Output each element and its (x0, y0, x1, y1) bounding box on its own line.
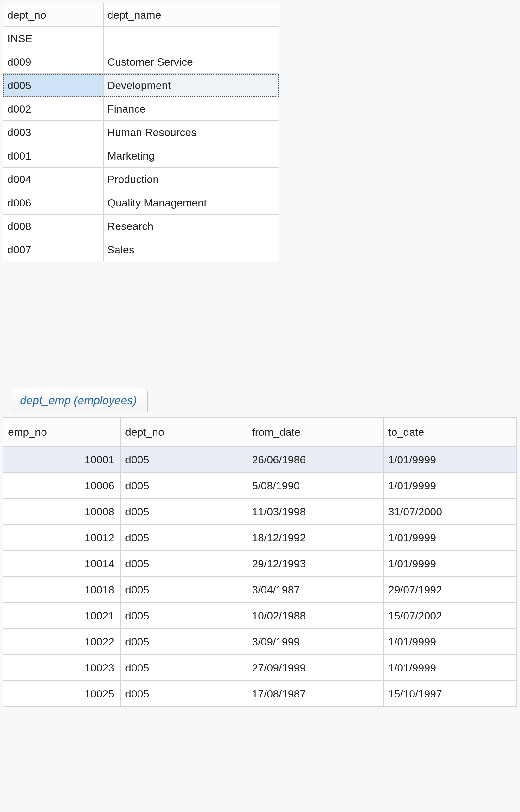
cell-to_date[interactable]: 1/01/9999 (384, 629, 517, 655)
cell-dept_name[interactable]: Customer Service (103, 50, 279, 74)
cell-emp_no[interactable]: 10025 (3, 681, 121, 707)
cell-from_date[interactable]: 26/06/1986 (247, 447, 384, 473)
cell-from_date[interactable]: 27/09/1999 (247, 655, 384, 681)
dept_emp-col-from_date[interactable]: from_date (247, 417, 384, 447)
cell-dept_no[interactable]: d004 (3, 168, 103, 191)
cell-to_date[interactable]: 1/01/9999 (384, 551, 517, 577)
table-row[interactable]: 10014d00529/12/19931/01/9999 (3, 551, 517, 577)
cell-dept_no[interactable]: d008 (3, 215, 103, 238)
departments-table[interactable]: dept_no dept_name INSEd009Customer Servi… (3, 3, 279, 261)
table-row[interactable]: 10021d00510/02/198815/07/2002 (3, 602, 517, 629)
cell-dept_no[interactable]: d003 (3, 121, 103, 144)
table-row[interactable]: 10022d0053/09/19991/01/9999 (3, 629, 517, 655)
cell-dept_no[interactable]: d005 (3, 74, 103, 97)
cell-dept_no[interactable]: d005 (121, 447, 247, 473)
cell-to_date[interactable]: 1/01/9999 (384, 447, 517, 473)
cell-from_date[interactable]: 5/08/1990 (247, 473, 384, 499)
cell-to_date[interactable]: 29/07/1992 (384, 577, 517, 602)
cell-emp_no[interactable]: 10012 (3, 525, 121, 551)
table-row[interactable]: d005Development (3, 74, 279, 97)
dept_emp-table[interactable]: emp_no dept_no from_date to_date 10001d0… (3, 417, 517, 707)
table-row[interactable]: d004Production (3, 168, 279, 191)
dept_emp-header-row: emp_no dept_no from_date to_date (3, 417, 517, 447)
table-row[interactable]: 10008d00511/03/199831/07/2000 (3, 499, 517, 525)
detail-tab-strip: dept_emp (employees) (11, 389, 148, 412)
table-row[interactable]: d006Quality Management (3, 191, 279, 215)
cell-from_date[interactable]: 17/08/1987 (247, 681, 384, 707)
cell-emp_no[interactable]: 10006 (3, 473, 121, 499)
dept_emp-col-emp_no[interactable]: emp_no (3, 417, 121, 447)
table-row[interactable]: 10001d00526/06/19861/01/9999 (3, 447, 517, 473)
table-row[interactable]: 10018d0053/04/198729/07/1992 (3, 577, 517, 602)
cell-dept_name[interactable] (103, 27, 279, 50)
cell-dept_no[interactable]: d005 (121, 681, 247, 707)
cell-dept_no[interactable]: INSE (3, 27, 103, 50)
table-row[interactable]: INSE (3, 27, 279, 50)
cell-dept_name[interactable]: Production (103, 168, 279, 191)
departments-col-dept_name[interactable]: dept_name (103, 3, 279, 27)
cell-emp_no[interactable]: 10018 (3, 577, 121, 602)
cell-dept_name[interactable]: Sales (103, 238, 279, 261)
table-row[interactable]: d009Customer Service (3, 50, 279, 74)
cell-emp_no[interactable]: 10022 (3, 629, 121, 655)
cell-dept_no[interactable]: d005 (121, 551, 247, 577)
cell-dept_name[interactable]: Human Resources (103, 121, 279, 144)
cell-from_date[interactable]: 18/12/1992 (247, 525, 384, 551)
cell-dept_name[interactable]: Quality Management (103, 191, 279, 215)
cell-to_date[interactable]: 1/01/9999 (384, 655, 517, 681)
cell-dept_no[interactable]: d009 (3, 50, 103, 74)
cell-dept_no[interactable]: d005 (121, 655, 247, 681)
cell-dept_no[interactable]: d005 (121, 629, 247, 655)
cell-dept_name[interactable]: Finance (103, 97, 279, 121)
cell-to_date[interactable]: 1/01/9999 (384, 525, 517, 551)
cell-dept_no[interactable]: d005 (121, 602, 247, 629)
cell-dept_no[interactable]: d005 (121, 525, 247, 551)
cell-emp_no[interactable]: 10008 (3, 499, 121, 525)
tab-dept_emp[interactable]: dept_emp (employees) (11, 389, 148, 412)
cell-dept_no[interactable]: d001 (3, 144, 103, 168)
departments-body: INSEd009Customer Serviced005Developmentd… (3, 27, 279, 261)
cell-to_date[interactable]: 1/01/9999 (384, 473, 517, 499)
table-row[interactable]: 10006d0055/08/19901/01/9999 (3, 473, 517, 499)
cell-dept_name[interactable]: Research (103, 215, 279, 238)
page-root: dept_no dept_name INSEd009Customer Servi… (0, 0, 520, 812)
cell-dept_no[interactable]: d005 (121, 577, 247, 602)
cell-dept_name[interactable]: Development (103, 74, 279, 97)
table-row[interactable]: d008Research (3, 215, 279, 238)
cell-dept_no[interactable]: d002 (3, 97, 103, 121)
cell-emp_no[interactable]: 10021 (3, 602, 121, 629)
cell-dept_no[interactable]: d005 (121, 473, 247, 499)
cell-to_date[interactable]: 31/07/2000 (384, 499, 517, 525)
cell-to_date[interactable]: 15/07/2002 (384, 602, 517, 629)
dept_emp-col-to_date[interactable]: to_date (384, 417, 517, 447)
table-row[interactable]: 10012d00518/12/19921/01/9999 (3, 525, 517, 551)
cell-from_date[interactable]: 10/02/1988 (247, 602, 384, 629)
dept_emp-table-wrap: emp_no dept_no from_date to_date 10001d0… (3, 417, 517, 707)
table-row[interactable]: d001Marketing (3, 144, 279, 168)
table-row[interactable]: d007Sales (3, 238, 279, 261)
table-row[interactable]: d003Human Resources (3, 121, 279, 144)
cell-from_date[interactable]: 29/12/1993 (247, 551, 384, 577)
dept_emp-col-dept_no[interactable]: dept_no (121, 417, 247, 447)
cell-emp_no[interactable]: 10014 (3, 551, 121, 577)
cell-from_date[interactable]: 11/03/1998 (247, 499, 384, 525)
departments-header-row: dept_no dept_name (3, 3, 279, 27)
cell-dept_no[interactable]: d006 (3, 191, 103, 215)
cell-dept_no[interactable]: d005 (121, 499, 247, 525)
departments-col-dept_no[interactable]: dept_no (3, 3, 103, 27)
cell-emp_no[interactable]: 10023 (3, 655, 121, 681)
cell-dept_name[interactable]: Marketing (103, 144, 279, 168)
cell-dept_no[interactable]: d007 (3, 238, 103, 261)
dept_emp-body: 10001d00526/06/19861/01/999910006d0055/0… (3, 447, 517, 707)
table-row[interactable]: 10023d00527/09/19991/01/9999 (3, 655, 517, 681)
cell-to_date[interactable]: 15/10/1997 (384, 681, 517, 707)
cell-from_date[interactable]: 3/09/1999 (247, 629, 384, 655)
cell-emp_no[interactable]: 10001 (3, 447, 121, 473)
cell-from_date[interactable]: 3/04/1987 (247, 577, 384, 602)
table-row[interactable]: d002Finance (3, 97, 279, 121)
table-row[interactable]: 10025d00517/08/198715/10/1997 (3, 681, 517, 707)
